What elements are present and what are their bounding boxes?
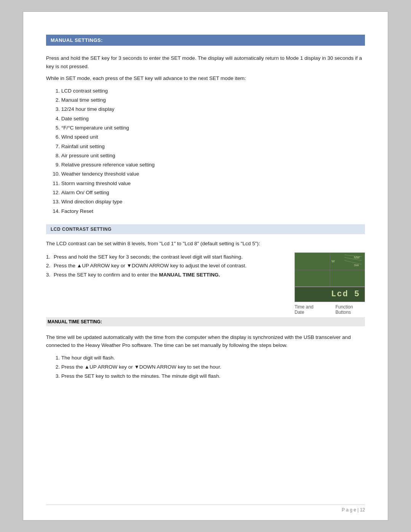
page-label: P a g e | (342, 507, 360, 513)
up-arrow-icon-2 (84, 364, 89, 370)
list-item: Wind speed unit (61, 133, 365, 142)
lcd-step-1: Press and hold the SET key for 3 seconds… (46, 252, 287, 262)
list-item: Air pressure unit setting (61, 151, 365, 160)
svg-text:W: W (331, 259, 335, 263)
lcd-steps-col: Press and hold the SET key for 3 seconds… (46, 252, 287, 283)
list-item: 12/24 hour time display (61, 105, 365, 114)
list-item: Relative pressure reference value settin… (61, 160, 365, 169)
lcd-contrast-content: Press and hold the SET key for 3 seconds… (46, 252, 365, 315)
list-item: Wind direction display type (61, 197, 365, 206)
intro-text-2: While in SET mode, each press of the SET… (46, 74, 365, 83)
lcd-display-bar: Lcd 5 (295, 286, 365, 302)
list-item: Alarm On/ Off setting (61, 188, 365, 197)
lcd-caption-row: Time and Date Function Buttons (295, 304, 365, 315)
down-arrow-icon-2 (134, 364, 139, 370)
list-item: Storm warning threshold value (61, 179, 365, 188)
up-arrow-icon (77, 263, 82, 268)
caption-function-buttons: Function Buttons (335, 304, 365, 315)
svg-text:NW: NW (354, 256, 360, 259)
caption-time-date: Time and Date (295, 304, 320, 315)
down-arrow-icon (127, 263, 132, 268)
lcd-grid-svg: NW W SW (295, 253, 365, 287)
lcd-value: Lcd 5 (331, 289, 360, 299)
lcd-image: NW W SW Lcd 5 (295, 252, 365, 302)
page-footer: P a g e | 12 (342, 507, 365, 513)
manual-time-step-2: Press the UP ARROW key or DOWN ARROW key… (61, 363, 365, 372)
lcd-steps-list: Press and hold the SET key for 3 seconds… (46, 252, 287, 280)
lcd-contrast-section: LCD CONTRAST SETTING The LCD contrast ca… (46, 224, 365, 326)
list-item: Rainfall unit setting (61, 142, 365, 151)
lcd-contrast-header: LCD CONTRAST SETTING (46, 224, 365, 234)
manual-time-header: MANUAL TIME SETTING: (46, 317, 365, 326)
footer-divider (46, 505, 365, 505)
list-item: °F/°C temperature unit setting (61, 123, 365, 133)
set-mode-list: LCD contrast setting Manual time setting… (61, 86, 365, 216)
list-item: Factory Reset (61, 207, 365, 216)
intro-text-1: Press and hold the SET key for 3 seconds… (46, 54, 365, 70)
svg-line-4 (344, 260, 362, 264)
lcd-contrast-intro: The LCD contrast can be set within 8 lev… (46, 240, 365, 248)
lcd-step-3: Press the SET key to confirm and to ente… (46, 270, 287, 280)
list-item: Date setting (61, 114, 365, 123)
page-number: 12 (360, 507, 365, 513)
manual-settings-header: MANUAL SETTINGS: (46, 35, 365, 46)
list-item: LCD contrast setting (61, 86, 365, 96)
manual-time-step-1: The hour digit will flash. (61, 353, 365, 363)
page: MANUAL SETTINGS: Press and hold the SET … (23, 11, 388, 521)
svg-text:SW: SW (354, 264, 359, 267)
manual-time-steps: The hour digit will flash. Press the UP … (61, 353, 365, 381)
lcd-step-2: Press the UP ARROW key or DOWN ARROW key… (46, 261, 287, 270)
manual-time-step-3: Press the SET key to switch to the minut… (61, 372, 365, 381)
list-item: Weather tendency threshold value (61, 169, 365, 179)
manual-time-body: The time will be updated automatically w… (46, 333, 365, 350)
list-item: Manual time setting (61, 96, 365, 105)
lcd-image-col: NW W SW Lcd 5 Time and Date Function But… (295, 252, 365, 315)
